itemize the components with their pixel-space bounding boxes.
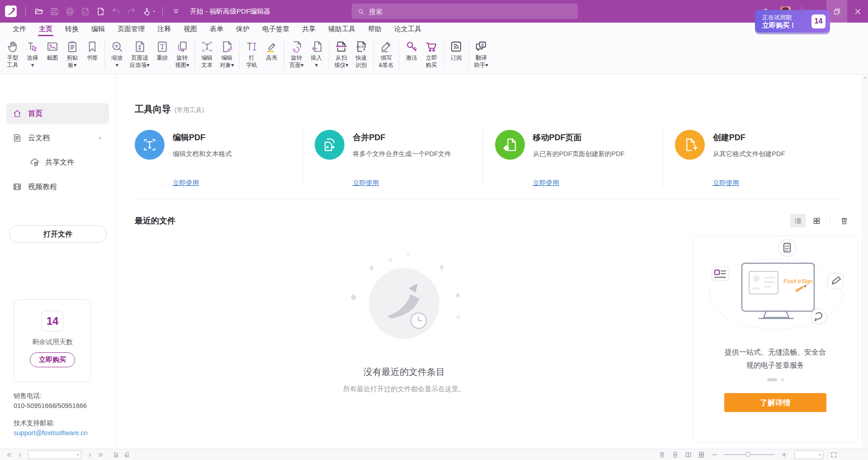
buy-now-button[interactable]: 立即购买 xyxy=(30,352,75,367)
menu-item-form[interactable]: 表单 xyxy=(203,23,230,36)
tool-select[interactable]: 选择 ▾ xyxy=(23,39,42,69)
open-file-icon[interactable] xyxy=(31,4,47,19)
tool-card-desc: 从已有的PDF页面创建新的PDF xyxy=(533,150,625,158)
zoom-percent-combobox[interactable] xyxy=(794,451,823,459)
last-page-button[interactable] xyxy=(95,450,106,460)
tool-hand-tool-label: 手型 工具 xyxy=(7,54,19,69)
use-now-link-create-pdf[interactable]: 立即使用 xyxy=(713,179,739,187)
search-input[interactable] xyxy=(369,8,572,15)
sidebar-item-cloud-docs[interactable]: 云文档 xyxy=(6,128,109,148)
ribbon-toolbar: 手型 工具选择 ▾截图剪贴 板▾书签缩放 ▾页面适 应选项▾重排旋转 视图▾编辑… xyxy=(0,36,868,74)
menu-item-page-manage[interactable]: 页面管理 xyxy=(111,23,151,36)
foxit-logo-icon xyxy=(5,5,17,18)
sales-phone-number: 010-50951668/50951666 xyxy=(14,401,88,411)
menu-item-view[interactable]: 视图 xyxy=(177,23,203,36)
grid-view-button[interactable] xyxy=(809,214,824,228)
menu-item-esign[interactable]: 电子签章 xyxy=(256,23,296,36)
tool-snapshot[interactable]: 截图 xyxy=(42,39,62,62)
use-now-link-move-pdf-pages[interactable]: 立即使用 xyxy=(533,179,559,187)
support-email-link[interactable]: support@foxitsoftware.cn xyxy=(14,428,88,438)
next-view-button[interactable] xyxy=(121,450,132,460)
menu-item-paper-tools[interactable]: 论文工具 xyxy=(388,23,428,36)
tool-zoom[interactable]: 缩放 ▾ xyxy=(107,39,127,69)
menu-item-comment[interactable]: 注释 xyxy=(151,23,177,36)
tool-reflow[interactable]: 重排 xyxy=(152,39,172,62)
sidebar-item-home[interactable]: 首页 xyxy=(6,103,109,124)
titlebar-separator xyxy=(162,7,163,16)
previous-view-button[interactable] xyxy=(110,450,121,460)
first-page-button[interactable] xyxy=(4,450,14,460)
page-number-combobox[interactable] xyxy=(28,451,81,459)
global-search[interactable] xyxy=(352,4,578,19)
tool-bookmark[interactable]: 书签 xyxy=(82,39,102,62)
zoom-in-button[interactable] xyxy=(778,450,789,460)
list-view-button[interactable] xyxy=(790,214,806,228)
tool-from-scanner[interactable]: 从扫 描仪▾ xyxy=(331,39,351,69)
menu-item-share[interactable]: 共享 xyxy=(296,23,322,36)
close-button[interactable] xyxy=(847,0,868,23)
collapse-toolbar-icon[interactable] xyxy=(168,4,184,19)
carousel-dot-active[interactable] xyxy=(767,378,777,381)
open-file-button[interactable]: 打开文件 xyxy=(9,225,107,243)
menu-item-file[interactable]: 文件 xyxy=(6,23,33,36)
content-scrollbar[interactable] xyxy=(862,74,868,449)
fit-screen-button[interactable] xyxy=(828,450,839,460)
use-now-link-merge-pdf[interactable]: 立即使用 xyxy=(353,179,379,187)
tool-buy-now[interactable]: 立即 购买 xyxy=(421,39,441,69)
single-page-view-button[interactable] xyxy=(656,450,667,460)
tool-fit-page-options[interactable]: 页面适 应选项▾ xyxy=(127,39,152,69)
menu-item-help[interactable]: 帮助 xyxy=(362,23,388,36)
tool-clipboard[interactable]: 剪贴 板▾ xyxy=(62,39,82,69)
use-now-link-edit-pdf[interactable]: 立即使用 xyxy=(173,179,199,187)
next-page-button[interactable] xyxy=(84,450,95,460)
tool-translate-assistant[interactable]: 翻译 助手▾ xyxy=(471,39,491,69)
tool-activate[interactable]: 激活 xyxy=(401,39,421,62)
edit-pdf-icon xyxy=(135,130,165,160)
sidebar-item-label: 云文档 xyxy=(28,133,50,143)
trial-purchase-badge[interactable]: 正在试用期 立即购买！ 14 xyxy=(755,10,830,33)
menu-item-home[interactable]: 主页 xyxy=(33,23,59,36)
facing-continuous-view-button[interactable] xyxy=(696,450,707,460)
esign-illustration: Foxit eSign xyxy=(698,236,852,341)
expand-caret-icon[interactable] xyxy=(97,135,103,141)
tool-hand-tool[interactable]: 手型 工具 xyxy=(3,39,23,69)
save-icon[interactable] xyxy=(47,4,62,19)
recent-files-empty-state: 没有最近的文件条目 所有最近打开过的文件都会显示在这里。 xyxy=(116,228,693,394)
tool-typewriter[interactable]: 打 字机 xyxy=(242,39,262,69)
menu-item-accessibility[interactable]: 辅助工具 xyxy=(322,23,362,36)
tool-rotate-pages[interactable]: 旋转 页面▾ xyxy=(287,39,307,69)
zoom-percent-input[interactable] xyxy=(795,451,817,458)
menu-item-edit[interactable]: 编辑 xyxy=(85,23,111,36)
tool-highlight[interactable]: 高亮 xyxy=(262,39,282,62)
tool-edit-object[interactable]: 编辑 对象▾ xyxy=(217,39,237,69)
menu-item-convert[interactable]: 转换 xyxy=(59,23,85,36)
touch-mode-caret-icon[interactable] xyxy=(151,9,157,14)
zoom-slider[interactable] xyxy=(724,454,774,455)
continuous-view-button[interactable] xyxy=(670,450,680,460)
rotate-view-icon xyxy=(175,40,189,53)
carousel-dot[interactable] xyxy=(781,378,784,381)
menu-item-protect[interactable]: 保护 xyxy=(230,23,256,36)
undo-icon[interactable] xyxy=(108,4,123,19)
learn-more-button[interactable]: 了解详情 xyxy=(724,393,826,412)
new-page-icon[interactable] xyxy=(93,4,108,19)
tool-card-edit-pdf: 编辑PDF编辑文档和文本格式立即使用 xyxy=(135,128,302,187)
tool-fill-sign[interactable]: 填写 &签名 xyxy=(376,39,396,69)
export-page-icon[interactable] xyxy=(77,4,93,19)
redo-icon[interactable] xyxy=(123,4,139,19)
sidebar-item-video-tutorials[interactable]: 视频教程 xyxy=(6,176,109,197)
print-icon[interactable] xyxy=(62,4,77,19)
previous-page-button[interactable] xyxy=(14,450,25,460)
zoom-slider-thumb[interactable] xyxy=(745,452,750,457)
tool-rotate-view[interactable]: 旋转 视图▾ xyxy=(172,39,192,69)
tool-card-merge-pdf: 合并PDF将多个文件合并生成一个PDF文件立即使用 xyxy=(302,128,482,187)
zoom-out-button[interactable] xyxy=(709,450,720,460)
tool-quick-ocr[interactable]: OCR快速 识别 xyxy=(351,39,371,69)
clear-recent-trash-button[interactable] xyxy=(836,214,852,228)
page-number-input[interactable] xyxy=(28,451,75,458)
tool-insert[interactable]: 插入 ▾ xyxy=(307,39,326,69)
tool-subscribe[interactable]: 订阅 xyxy=(446,39,466,62)
tool-edit-text[interactable]: 编辑 文本 xyxy=(197,39,217,69)
sidebar-item-shared-files[interactable]: 共享文件 xyxy=(24,152,109,173)
facing-view-button[interactable] xyxy=(683,450,693,460)
